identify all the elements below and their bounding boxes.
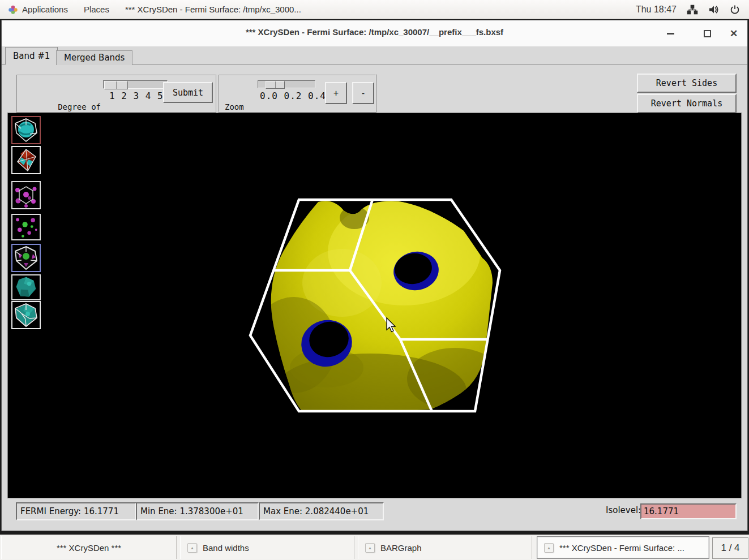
- isolevel-label: Isolevel:: [606, 505, 641, 515]
- window-titlebar[interactable]: *** XCrySDen - Fermi Surface: /tmp/xc_30…: [2, 20, 747, 47]
- close-icon[interactable]: ✕: [726, 26, 741, 41]
- interpolation-group: Degree of Interpolation: 1 2 3 4 5 6 Sub…: [16, 74, 216, 113]
- taskbar-item-band-widths[interactable]: ▴ Band widths: [180, 536, 354, 559]
- zoom-step-slider-handle[interactable]: [266, 81, 285, 89]
- window-mini-icon: ▴: [187, 543, 197, 553]
- window-title: *** XCrySDen - Fermi Surface: /tmp/xc_30…: [2, 27, 747, 37]
- max-energy-status: Max Ene: 2.082440e+01: [259, 502, 384, 520]
- panel-clock[interactable]: Thu 18:47: [636, 5, 677, 15]
- places-menu[interactable]: Places: [76, 0, 117, 19]
- xcrysden-window: *** XCrySDen - Fermi Surface: /tmp/xc_30…: [2, 20, 747, 531]
- tab-merged-bands[interactable]: Merged Bands: [56, 50, 132, 65]
- applications-menu[interactable]: Applications: [0, 0, 76, 19]
- fermi-energy-status: FERMI Energy: 16.1771: [16, 502, 136, 520]
- workspace-pager[interactable]: 1 / 4: [712, 537, 748, 559]
- window-mini-icon: ▴: [365, 543, 375, 553]
- interpolation-slider-handle[interactable]: [104, 81, 128, 89]
- submit-button[interactable]: Submit: [163, 82, 213, 103]
- revert-sides-button[interactable]: Revert Sides: [637, 74, 737, 93]
- zoom-step-slider[interactable]: [258, 80, 315, 88]
- volume-icon[interactable]: [708, 5, 720, 15]
- window-mini-icon: ▴: [544, 543, 554, 553]
- taskbar-item-fermi-surface[interactable]: ▴ *** XCrySDen - Fermi Surface: ...: [537, 536, 709, 559]
- isolevel-input[interactable]: [640, 503, 737, 519]
- band-tabbar: Band #1 Merged Bands: [2, 46, 747, 65]
- power-icon[interactable]: [730, 5, 740, 15]
- places-label: Places: [84, 5, 109, 14]
- panel-active-window-title[interactable]: *** XCrySDen - Fermi Surface: /tmp/xc_30…: [117, 0, 309, 19]
- network-icon[interactable]: [687, 5, 698, 15]
- desktop-top-panel: Applications Places *** XCrySDen - Fermi…: [0, 0, 749, 19]
- zoom-step-scale-ticks: 0.0 0.2 0.4: [260, 91, 326, 101]
- min-energy-status: Min Ene: 1.378300e+01: [136, 502, 259, 520]
- fermi-surface-render: [8, 113, 741, 498]
- zoom-step-group: Zoom Step: 0.0 0.2 0.4 + -: [218, 74, 376, 113]
- applications-label: Applications: [22, 5, 68, 14]
- fermi-surface-viewport[interactable]: [8, 113, 741, 498]
- distro-logo-icon: [8, 5, 18, 15]
- minimize-icon[interactable]: [663, 26, 678, 41]
- taskbar-item-bargraph[interactable]: ▴ BARGraph: [358, 536, 532, 559]
- revert-normals-button[interactable]: Revert Normals: [637, 94, 737, 113]
- interpolation-slider[interactable]: [103, 80, 168, 89]
- tab-band-1[interactable]: Band #1: [5, 47, 58, 65]
- fermi-surface-blob: [251, 198, 503, 427]
- maximize-icon[interactable]: [700, 26, 714, 41]
- zoom-in-button[interactable]: +: [325, 82, 347, 104]
- taskbar-item-xcrysden[interactable]: *** XCrySDen ***: [1, 536, 177, 559]
- zoom-out-button[interactable]: -: [352, 82, 374, 104]
- desktop-taskbar: *** XCrySDen *** ▴ Band widths ▴ BARGrap…: [0, 535, 749, 560]
